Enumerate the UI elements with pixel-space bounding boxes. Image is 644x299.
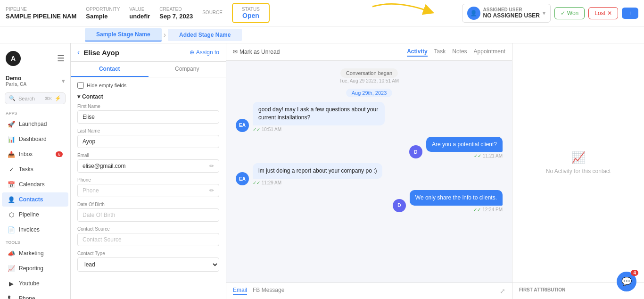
sidebar-item-launchpad[interactable]: 🚀 Launchpad — [2, 117, 68, 131]
user-avatar: 👤 — [467, 7, 480, 20]
inbox-icon: 📥 — [8, 150, 15, 158]
created-field: Created Sep 7, 2023 — [159, 7, 193, 20]
sidebar-avatar: A — [6, 51, 21, 66]
dob-input[interactable]: Date Of Birth — [77, 208, 219, 222]
tab-task[interactable]: Task — [434, 47, 446, 57]
lost-button[interactable]: Lost ✕ — [588, 7, 618, 19]
source-input[interactable]: Contact Source — [77, 233, 219, 246]
assigned-value: NO ASSIGNED USER — [483, 12, 540, 19]
pipeline-nav-icon: ⬡ — [8, 211, 15, 218]
email-input[interactable]: elise@gmail.com ✏ — [77, 159, 219, 173]
hamburger-icon[interactable]: ☰ — [57, 53, 65, 64]
activity-panel: 📈 No Activity for this contact First Att… — [512, 43, 644, 299]
mark-unread-button[interactable]: ✉ Mark as Unread — [233, 49, 280, 55]
phone-input[interactable]: Phone ✏ — [77, 184, 219, 197]
sidebar-item-calendars[interactable]: 📅 Calendars — [2, 177, 68, 191]
dob-label: Date Of Birth — [77, 202, 219, 207]
main-layout: A ☰ Demo Paris, CA ▾ 🔍 Search ⌘K ⚡ Apps … — [0, 43, 644, 299]
back-button[interactable]: ‹ — [77, 48, 80, 57]
pipeline-nav-label: Pipeline — [19, 211, 39, 218]
phone-icon: 📞 — [8, 295, 15, 299]
expand-icon[interactable]: ⤢ — [500, 287, 505, 295]
conversation-began: Conversation began Tue, Aug 29 2023, 10:… — [236, 68, 503, 83]
sidebar-item-marketing[interactable]: 📣 Marketing — [2, 246, 68, 260]
stage-item-2[interactable]: Added Stage Name — [168, 29, 242, 41]
sidebar-item-inbox[interactable]: 📥 Inbox 6 — [2, 147, 68, 161]
value-value: undefir — [129, 13, 150, 20]
input-tab-email[interactable]: Email — [233, 287, 247, 295]
assigned-user-button[interactable]: 👤 ASSIGNED USER NO ASSIGNED USER ▾ — [462, 4, 551, 23]
marketing-label: Marketing — [19, 250, 44, 257]
stage-pill-2[interactable]: Added Stage Name — [168, 29, 242, 41]
email-edit-icon[interactable]: ✏ — [209, 163, 214, 169]
sender-avatar-d: D — [409, 145, 422, 158]
last-name-field: Last Name Ayop — [77, 128, 219, 148]
input-tab-fb[interactable]: FB Message — [253, 287, 284, 295]
sidebar-item-youtube[interactable]: ▶ Youtube — [2, 276, 68, 291]
msg-bubble-3: im just doing a report about your compan… — [253, 163, 382, 179]
chevron-icon: ▾ — [77, 93, 80, 100]
stage-pill-1[interactable]: Sample Stage Name — [85, 28, 162, 42]
last-name-input[interactable]: Ayop — [77, 135, 219, 148]
hide-empty-checkbox[interactable] — [77, 82, 84, 89]
tab-contact[interactable]: Contact — [71, 62, 149, 77]
search-bar[interactable]: 🔍 Search ⌘K ⚡ — [5, 92, 66, 104]
checkmark-icon: ✓ — [561, 10, 565, 17]
message-row-1: EA good day! may I ask a few questions a… — [236, 102, 503, 132]
dashboard-icon: 📊 — [8, 135, 15, 143]
sidebar-item-phone[interactable]: 📞 Phone — [2, 291, 68, 299]
value-label: Value — [129, 7, 150, 12]
phone-label: Phone — [19, 295, 35, 299]
launchpad-label: Launchpad — [19, 121, 47, 127]
plus-icon: ⊕ — [190, 49, 194, 56]
tab-company[interactable]: Company — [149, 62, 226, 77]
sidebar-item-reporting[interactable]: 📈 Reporting — [2, 261, 68, 275]
demo-section[interactable]: Demo Paris, CA ▾ — [0, 73, 70, 91]
chat-widget-button[interactable]: 💬 4 — [617, 272, 636, 291]
tab-appointment[interactable]: Appointment — [474, 47, 505, 57]
tab-notes[interactable]: Notes — [452, 47, 467, 57]
activity-chart-icon: 📈 — [571, 151, 586, 164]
sidebar-item-dashboard[interactable]: 📊 Dashboard — [2, 132, 68, 146]
search-kbd: ⌘K — [45, 96, 52, 101]
type-label: Contact Type — [77, 251, 219, 256]
msg-time-3: ✓✓ 11:29 AM — [253, 180, 382, 185]
apps-label: Apps — [0, 108, 70, 116]
date-label: Aug 29th, 2023 — [236, 88, 503, 97]
tab-activity[interactable]: Activity — [407, 47, 427, 57]
activity-empty: 📈 No Activity for this contact — [512, 43, 644, 282]
first-name-input[interactable]: Elise — [77, 110, 219, 124]
stage-item-1[interactable]: Sample Stage Name — [85, 28, 162, 42]
msg-col-1: good day! may I ask a few questions abou… — [253, 102, 385, 132]
dob-field: Date Of Birth Date Of Birth — [77, 202, 219, 222]
avatar-icon: 👤 — [470, 10, 477, 17]
assigned-user-section: 👤 ASSIGNED USER NO ASSIGNED USER ▾ ✓ Won… — [462, 4, 638, 23]
phone-edit-icon[interactable]: ✏ — [209, 187, 214, 194]
won-button[interactable]: ✓ Won — [554, 7, 585, 19]
source-label-contact: Contact Source — [77, 226, 219, 232]
msg-time-1: ✓✓ 10:51 AM — [253, 127, 385, 132]
sidebar-item-tasks[interactable]: ✓ Tasks — [2, 162, 68, 176]
contact-header: ‹ Elise Ayop ⊕ Assign to — [71, 43, 226, 62]
source-label: Source — [202, 10, 223, 15]
contact-name: Elise Ayop — [83, 49, 119, 57]
msg-col-3: im just doing a report about your compan… — [253, 163, 382, 185]
search-icon: 🔍 — [9, 95, 16, 101]
type-select[interactable]: lead customer — [77, 257, 219, 272]
msg-bubble-1: good day! may I ask a few questions abou… — [253, 102, 385, 125]
chat-widget-icon: 💬 — [621, 276, 632, 287]
add-button[interactable]: + — [622, 8, 638, 19]
assign-to-button[interactable]: ⊕ Assign to — [190, 49, 219, 56]
chat-input-tabs: Email FB Message — [233, 287, 284, 295]
sidebar-item-pipeline[interactable]: ⬡ Pipeline — [2, 208, 68, 222]
conversation-time: Tue, Aug 29 2023, 10:51 AM — [339, 78, 399, 83]
section-title: Contact — [82, 93, 103, 100]
sidebar-item-contacts[interactable]: 👤 Contacts — [2, 192, 68, 207]
pipeline-bar: Pipeline SAMPLE PIPELINE NAM Opportunity… — [0, 0, 644, 26]
no-activity-text: No Activity for this contact — [546, 168, 611, 174]
message-row-4: We only share the info to clients. ✓✓ 12… — [236, 190, 503, 212]
email-field: Email elise@gmail.com ✏ — [77, 153, 219, 173]
sidebar-item-invoices[interactable]: 📄 Invoices — [2, 223, 68, 237]
chat-panel: ✉ Mark as Unread Activity Task Notes App… — [226, 43, 512, 299]
calendars-icon: 📅 — [8, 181, 15, 188]
